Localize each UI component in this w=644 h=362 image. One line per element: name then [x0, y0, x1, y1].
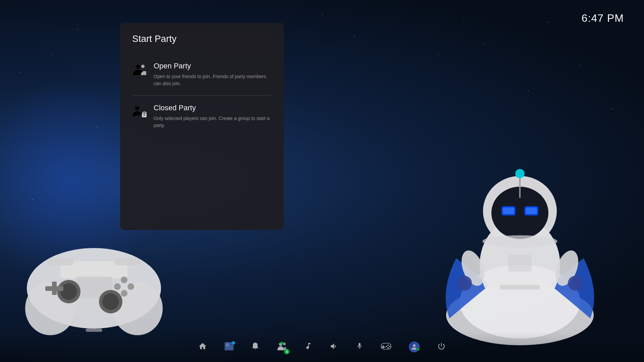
svg-point-52 — [387, 347, 389, 349]
taskbar-profile[interactable] — [409, 342, 420, 352]
open-party-desc: Open to your friends to join. Friends of… — [154, 73, 272, 87]
svg-rect-10 — [45, 286, 63, 291]
svg-point-6 — [60, 283, 77, 300]
music-icon — [304, 342, 312, 352]
svg-point-36 — [136, 65, 140, 69]
option-divider — [132, 95, 272, 96]
svg-rect-17 — [86, 328, 102, 332]
taskbar-mic[interactable] — [356, 342, 363, 352]
svg-point-38 — [135, 106, 139, 110]
astrobot-image — [423, 124, 617, 345]
open-party-title: Open Party — [154, 62, 272, 70]
svg-point-50 — [387, 345, 389, 346]
home-icon — [198, 342, 207, 352]
svg-point-28 — [515, 169, 525, 178]
closed-party-option[interactable]: Closed Party Only selected players can j… — [132, 98, 272, 134]
svg-point-32 — [568, 276, 583, 291]
svg-rect-26 — [526, 207, 537, 214]
svg-point-35 — [482, 235, 557, 247]
power-icon — [437, 342, 446, 352]
svg-rect-43 — [226, 343, 229, 347]
taskbar-notifications[interactable] — [251, 342, 259, 352]
svg-point-13 — [121, 290, 127, 297]
svg-point-8 — [102, 293, 119, 310]
start-party-modal: Start Party Open Party Open to your frie… — [120, 23, 284, 230]
closed-party-icon — [132, 104, 147, 119]
svg-rect-16 — [114, 258, 141, 265]
open-party-option[interactable]: Open Party Open to your friends to join.… — [132, 56, 272, 93]
taskbar-power[interactable] — [437, 342, 446, 352]
svg-rect-49 — [381, 347, 385, 348]
closed-party-title: Closed Party — [154, 104, 272, 112]
open-party-content: Open Party Open to your friends to join.… — [154, 62, 272, 87]
svg-point-53 — [386, 346, 387, 347]
taskbar-music[interactable] — [304, 342, 312, 352]
mic-icon — [356, 342, 363, 352]
taskbar: 4 — [0, 332, 644, 362]
svg-point-51 — [389, 346, 390, 347]
taskbar-home[interactable] — [198, 342, 207, 352]
profile-online-dot — [416, 348, 420, 351]
bell-icon — [251, 342, 259, 352]
svg-point-46 — [283, 343, 286, 345]
closed-party-desc: Only selected players can join. Create a… — [154, 115, 272, 129]
gamepad-icon — [381, 342, 391, 352]
taskbar-game[interactable] — [224, 342, 234, 352]
modal-title: Start Party — [132, 34, 272, 44]
svg-point-40 — [144, 114, 145, 116]
svg-point-14 — [114, 283, 121, 290]
svg-rect-15 — [47, 258, 74, 265]
game-notification-dot — [232, 341, 235, 345]
svg-point-12 — [127, 283, 134, 290]
open-party-icon — [132, 62, 147, 77]
volume-icon — [330, 342, 338, 352]
friends-count-badge: 4 — [284, 349, 289, 354]
controller-image — [20, 215, 168, 335]
svg-rect-34 — [508, 255, 532, 272]
svg-point-30 — [457, 276, 472, 291]
taskbar-friends[interactable]: 4 — [277, 342, 287, 352]
svg-rect-25 — [503, 207, 514, 214]
svg-rect-33 — [500, 285, 540, 290]
svg-point-11 — [121, 277, 127, 283]
closed-party-content: Closed Party Only selected players can j… — [154, 104, 272, 129]
taskbar-controller[interactable] — [381, 342, 391, 352]
clock-display: 6:47 PM — [582, 12, 624, 24]
friends-online-dot — [280, 342, 283, 345]
svg-point-37 — [141, 65, 145, 68]
taskbar-volume[interactable] — [330, 342, 338, 352]
